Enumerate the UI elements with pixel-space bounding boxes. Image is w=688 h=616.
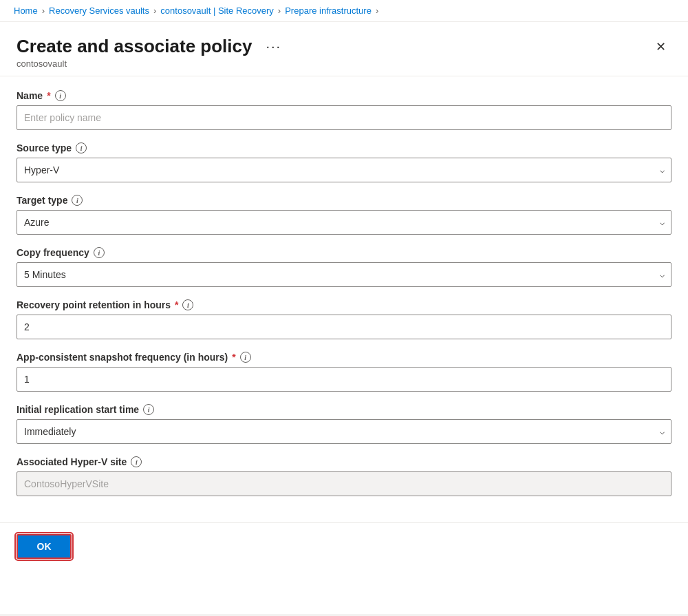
recovery-point-input[interactable] [17,315,671,339]
name-required: * [47,90,50,101]
recovery-point-label: Recovery point retention in hours * i [17,299,671,310]
source-type-select-wrapper: Hyper-V VMware ⌵ [17,158,671,182]
footer: OK [0,522,688,570]
name-label: Name * i [17,90,671,101]
page-header: Create and associate policy ··· contosov… [0,22,688,76]
snapshot-input[interactable] [17,367,671,392]
target-type-label: Target type i [17,195,671,206]
target-type-select[interactable]: Azure [17,210,671,235]
replication-time-info-icon[interactable]: i [143,404,154,415]
target-type-info-icon[interactable]: i [72,195,83,206]
snapshot-group: App-consistent snapshot frequency (in ho… [17,352,671,392]
source-type-group: Source type i Hyper-V VMware ⌵ [17,142,671,182]
replication-time-select[interactable]: Immediately Schedule [17,419,671,444]
name-info-icon[interactable]: i [55,90,66,101]
replication-time-group: Initial replication start time i Immedia… [17,404,671,444]
hyperv-site-label: Associated Hyper-V site i [17,456,671,467]
name-input[interactable] [17,105,671,130]
hyperv-site-group: Associated Hyper-V site i [17,456,671,496]
ellipsis-button[interactable]: ··· [260,36,287,57]
hyperv-site-info-icon[interactable]: i [131,456,142,467]
target-type-group: Target type i Azure ⌵ [17,195,671,235]
source-type-label: Source type i [17,142,671,153]
copy-frequency-select-wrapper: 5 Minutes 15 Minutes 30 Minutes ⌵ [17,262,671,287]
target-type-select-wrapper: Azure ⌵ [17,210,671,235]
breadcrumb-recovery-vaults[interactable]: Recovery Services vaults [49,6,149,16]
breadcrumb-sep-2: › [153,6,156,16]
copy-frequency-info-icon[interactable]: i [94,247,105,258]
recovery-point-required: * [175,299,178,310]
source-type-select[interactable]: Hyper-V VMware [17,158,671,182]
breadcrumb-sep-3: › [278,6,281,16]
copy-frequency-group: Copy frequency i 5 Minutes 15 Minutes 30… [17,247,671,287]
source-type-info-icon[interactable]: i [76,142,87,153]
page-container: Create and associate policy ··· contosov… [0,22,688,614]
page-subtitle: contosovault [17,59,287,69]
breadcrumb: Home › Recovery Services vaults › contos… [0,0,688,22]
hyperv-site-input [17,471,671,496]
replication-time-select-wrapper: Immediately Schedule ⌵ [17,419,671,444]
snapshot-required: * [232,352,235,363]
title-group: Create and associate policy ··· contosov… [17,36,287,69]
breadcrumb-sep-1: › [42,6,45,16]
replication-time-label: Initial replication start time i [17,404,671,415]
page-title: Create and associate policy [17,36,252,57]
snapshot-info-icon[interactable]: i [240,352,251,363]
name-group: Name * i [17,90,671,130]
breadcrumb-sep-4: › [376,6,378,16]
copy-frequency-label: Copy frequency i [17,247,671,258]
recovery-point-group: Recovery point retention in hours * i [17,299,671,339]
breadcrumb-contosovault[interactable]: contosovault | Site Recovery [160,6,274,16]
copy-frequency-select[interactable]: 5 Minutes 15 Minutes 30 Minutes [17,262,671,287]
close-button[interactable]: ✕ [649,36,671,58]
snapshot-label: App-consistent snapshot frequency (in ho… [17,352,671,363]
form-body: Name * i Source type i Hyper-V VMware ⌵ [0,76,688,522]
breadcrumb-home[interactable]: Home [14,6,38,16]
close-icon: ✕ [656,39,666,54]
breadcrumb-prepare-infra[interactable]: Prepare infrastructure [285,6,372,16]
ok-button[interactable]: OK [17,534,72,559]
recovery-point-info-icon[interactable]: i [182,299,193,310]
